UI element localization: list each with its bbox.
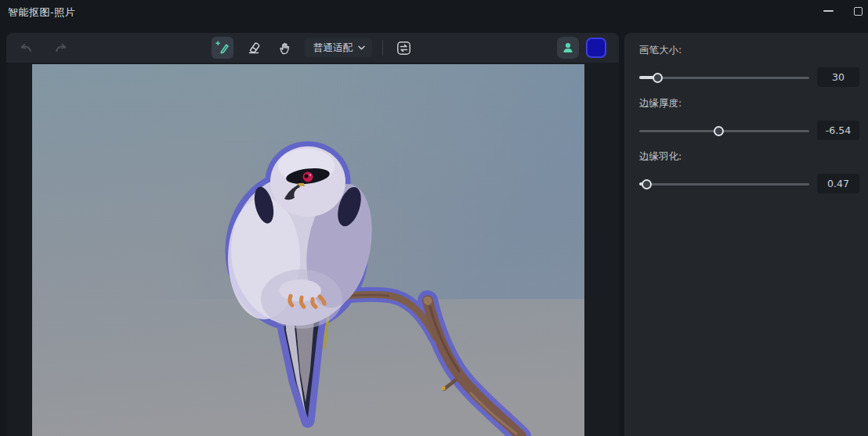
undo-button[interactable]	[16, 38, 36, 58]
window-titlebar: 智能抠图-照片	[0, 0, 868, 23]
portrait-button[interactable]	[557, 37, 579, 59]
edge-feather-label: 边缘羽化:	[639, 150, 859, 164]
smart-brush-button[interactable]	[212, 37, 233, 59]
chevron-down-icon	[358, 45, 365, 50]
fit-mode-dropdown[interactable]: 普通适配	[305, 38, 372, 57]
hand-icon	[277, 41, 292, 56]
toolbar-divider	[382, 40, 383, 56]
brush-size-slider[interactable]	[639, 70, 809, 85]
edge-thickness-label: 边缘厚度:	[639, 97, 859, 110]
eraser-button[interactable]	[244, 38, 264, 58]
brush-size-group: 画笔大小: 30	[639, 44, 859, 87]
window-title: 智能抠图-照片	[8, 5, 75, 20]
fit-mode-value: 普通适配	[313, 41, 353, 55]
slider-track	[639, 130, 809, 132]
redo-button[interactable]	[50, 38, 71, 58]
toolbar: 普通适配	[6, 33, 619, 63]
canvas-area[interactable]	[6, 63, 619, 436]
maximize-button[interactable]	[844, 0, 868, 22]
edge-feather-group: 边缘羽化: 0.47	[639, 150, 859, 193]
compare-button[interactable]	[393, 38, 414, 58]
slider-handle[interactable]	[714, 126, 724, 136]
minimize-button[interactable]	[815, 0, 841, 22]
maximize-icon	[854, 7, 863, 16]
edge-thickness-slider[interactable]	[639, 124, 809, 138]
photo-image[interactable]	[32, 64, 584, 436]
portrait-icon	[561, 41, 575, 55]
undo-icon	[19, 41, 34, 56]
brush-size-label: 画笔大小:	[639, 44, 859, 57]
slider-track	[639, 183, 809, 186]
slider-track	[639, 77, 809, 79]
slider-handle[interactable]	[653, 73, 663, 83]
edge-feather-slider[interactable]	[639, 177, 809, 191]
edge-thickness-group: 边缘厚度: -6.54	[639, 97, 859, 140]
editor-area: 普通适配	[6, 33, 619, 436]
minimize-icon	[823, 10, 834, 12]
edge-thickness-value[interactable]: -6.54	[817, 121, 859, 140]
pencil-plus-icon	[215, 40, 230, 56]
eraser-icon	[246, 40, 262, 56]
settings-panel: 画笔大小: 30 边缘厚度: -6.54 边缘羽化:	[624, 33, 868, 436]
mask-color-swatch[interactable]	[586, 38, 606, 58]
redo-icon	[53, 41, 68, 56]
edge-feather-value[interactable]: 0.47	[817, 174, 859, 193]
compare-icon	[396, 40, 412, 56]
slider-handle[interactable]	[642, 179, 652, 189]
brush-size-value[interactable]: 30	[817, 67, 859, 87]
hand-button[interactable]	[274, 38, 295, 58]
